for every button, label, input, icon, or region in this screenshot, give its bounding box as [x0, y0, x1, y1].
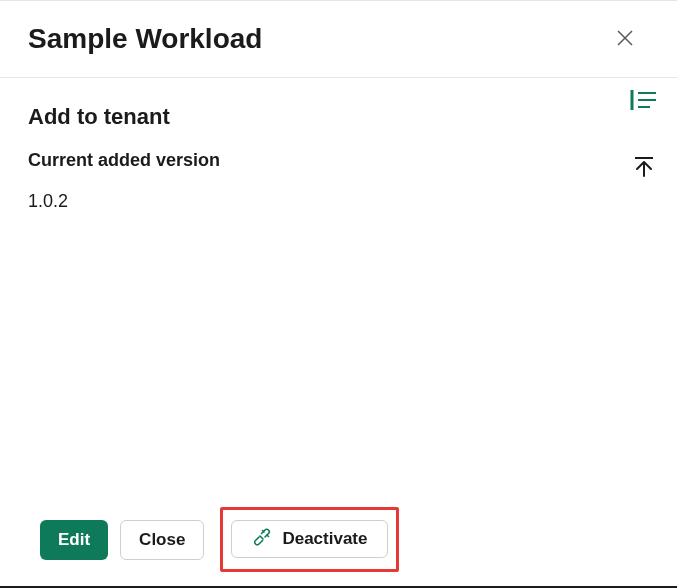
plug-disconnected-icon [252, 527, 272, 552]
close-icon [615, 28, 635, 51]
close-button-label: Close [139, 530, 185, 550]
close-icon-button[interactable] [611, 24, 639, 55]
deactivate-button-label: Deactivate [282, 529, 367, 549]
svg-line-6 [263, 530, 265, 532]
dialog-title: Sample Workload [28, 23, 262, 55]
dialog-footer: Edit Close Deactivate [0, 507, 677, 572]
scroll-top-button[interactable] [630, 153, 658, 184]
deactivate-button[interactable]: Deactivate [231, 520, 388, 558]
section-title: Add to tenant [28, 104, 649, 130]
edit-button-label: Edit [58, 530, 90, 550]
version-label: Current added version [28, 150, 649, 171]
deactivate-highlight: Deactivate [220, 507, 399, 572]
dialog-header: Sample Workload [0, 1, 677, 78]
edit-button[interactable]: Edit [40, 520, 108, 560]
dialog-body: Add to tenant Current added version 1.0.… [0, 78, 677, 212]
side-tool-strip [627, 86, 661, 184]
svg-line-7 [267, 535, 269, 537]
list-icon [629, 88, 659, 115]
arrow-top-icon [632, 155, 656, 182]
version-value: 1.0.2 [28, 191, 649, 212]
svg-line-5 [260, 536, 263, 539]
close-button[interactable]: Close [120, 520, 204, 560]
list-tool-button[interactable] [627, 86, 661, 117]
